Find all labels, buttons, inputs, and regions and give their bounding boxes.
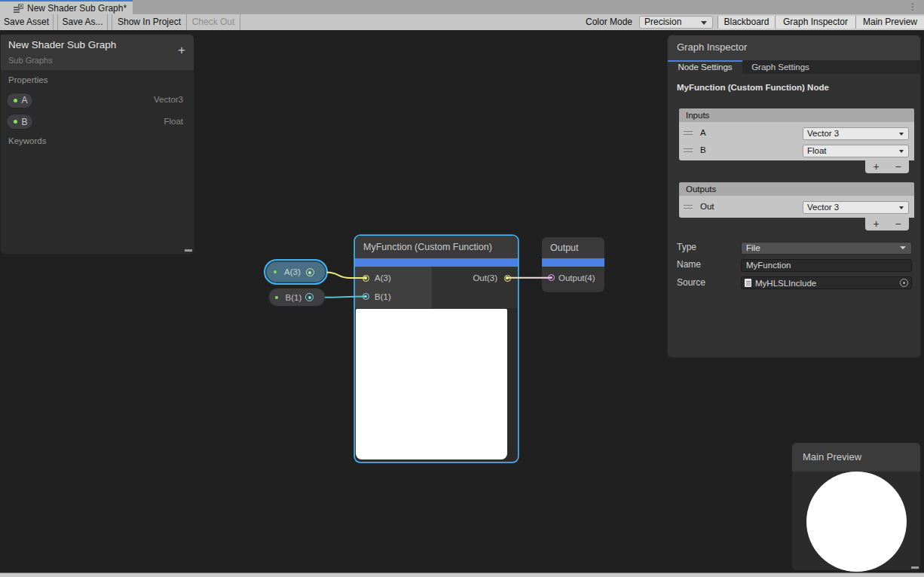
save-as-button[interactable]: Save As... [58, 14, 107, 30]
save-asset-button[interactable]: Save Asset [0, 14, 53, 30]
object-picker-icon[interactable] [900, 279, 908, 287]
inspector-node-title: MyFunction (Custom Function) Node [677, 83, 829, 92]
keywords-section-label: Keywords [8, 136, 47, 145]
graph-inspector-toggle-button[interactable]: Graph Inspector [776, 16, 855, 29]
show-in-project-button[interactable]: Show In Project [112, 14, 186, 30]
name-value: MyFunction [746, 261, 791, 270]
inputs-row-b[interactable]: B Float [679, 142, 914, 160]
sub-graph-asset-icon [14, 3, 23, 13]
main-preview-header[interactable]: Main Preview [792, 443, 920, 472]
property-dot-icon [274, 270, 277, 273]
outputs-row-out[interactable]: Out Vector 3 [679, 199, 914, 216]
precision-color-bar [542, 258, 604, 267]
node-preview[interactable] [356, 309, 507, 459]
type-dropdown[interactable]: File [741, 242, 912, 255]
source-label: Source [677, 277, 705, 288]
input-b-type-dropdown[interactable]: Float [803, 145, 909, 157]
dropdown-arrow-icon [899, 133, 904, 136]
output-port-label-out: Out(3) [473, 273, 497, 282]
custom-function-node[interactable]: MyFunction (Custom Function) A(3) B(1) O… [355, 236, 518, 462]
property-dot-icon [14, 99, 17, 102]
color-mode-dropdown[interactable]: Precision [639, 16, 713, 29]
port-fn-input-b[interactable] [363, 293, 369, 300]
add-property-button[interactable]: + [178, 44, 185, 56]
main-preview-panel: Main Preview [791, 442, 921, 571]
blackboard-header[interactable]: New Shader Sub Graph Sub Graphs + [1, 35, 194, 70]
inputs-list-footer: + − [865, 160, 909, 173]
inputs-list: Inputs A Vector 3 B Float [679, 108, 914, 160]
tab-label: New Shader Sub Graph* [27, 3, 127, 14]
input-name: B [700, 145, 706, 154]
check-out-button: Check Out [187, 14, 240, 30]
property-node-label: A(3) [284, 267, 301, 276]
blackboard-property-a[interactable]: A [6, 93, 33, 108]
inputs-list-header: Inputs [679, 108, 914, 122]
input-a-type-value: Vector 3 [807, 129, 839, 138]
precision-color-bar [355, 258, 518, 267]
property-name: A [22, 95, 28, 105]
property-type-b: Float [164, 117, 183, 126]
type-value: File [746, 243, 760, 252]
blackboard-property-b[interactable]: B [6, 114, 33, 130]
port-fn-output-out[interactable] [504, 275, 511, 282]
main-preview-body[interactable] [792, 472, 920, 572]
main-preview-title: Main Preview [803, 451, 861, 463]
property-dot-icon [275, 296, 278, 299]
output-name: Out [700, 202, 714, 211]
inspector-header[interactable]: Graph Inspector [668, 35, 920, 60]
blackboard-toggle-button[interactable]: Blackboard [718, 16, 775, 29]
preview-sphere [806, 472, 907, 572]
remove-output-button[interactable]: − [887, 218, 909, 230]
window-menu-icon[interactable]: ⋮ [908, 1, 917, 13]
tab-new-shader-sub-graph[interactable]: New Shader Sub Graph* [0, 0, 133, 14]
dropdown-arrow-icon [899, 206, 904, 209]
window-bottom-edge [0, 572, 924, 577]
drag-handle-icon[interactable] [684, 131, 693, 135]
property-name: B [22, 117, 28, 127]
main-preview-toggle-button[interactable]: Main Preview [856, 16, 924, 29]
property-node-a[interactable]: A(3) [264, 259, 328, 285]
toolbar: Save Asset Save As... Show In Project Ch… [0, 14, 924, 30]
node-title: Output [542, 237, 604, 258]
output-type-value: Vector 3 [807, 203, 839, 212]
dropdown-arrow-icon [900, 246, 906, 249]
drag-handle-icon[interactable] [684, 205, 693, 209]
outputs-list-footer: + − [865, 218, 909, 230]
source-object-field[interactable]: MyHLSLInclude [741, 276, 912, 289]
name-field[interactable]: MyFunction [741, 259, 912, 272]
output-node-port-label: Output(4) [558, 273, 595, 282]
tab-node-settings[interactable]: Node Settings [668, 60, 742, 74]
property-node-b[interactable]: B(1) [268, 288, 326, 307]
input-name: A [700, 128, 706, 137]
outputs-list-header: Outputs [679, 182, 914, 196]
graph-inspector-panel: Graph Inspector Node Settings Graph Sett… [667, 35, 921, 358]
shader-graph-window: New Shader Sub Graph* ⋮ Save Asset Save … [0, 0, 924, 577]
port-a-pill-out[interactable] [306, 268, 314, 276]
input-port-label-a: A(3) [375, 273, 391, 282]
output-type-dropdown[interactable]: Vector 3 [803, 201, 909, 214]
tab-bar: New Shader Sub Graph* ⋮ [0, 0, 924, 14]
graph-canvas[interactable]: A(3) B(1) MyFunction (Custom Function) A… [0, 30, 924, 572]
blackboard-subtitle: Sub Graphs [8, 56, 53, 65]
dropdown-arrow-icon [701, 21, 707, 25]
blackboard-resize-handle[interactable] [185, 249, 192, 252]
port-output-node-input[interactable] [548, 274, 555, 281]
source-value: MyHLSLInclude [755, 279, 816, 288]
tab-graph-settings[interactable]: Graph Settings [742, 60, 818, 74]
color-mode-label: Color Mode [586, 14, 632, 30]
port-fn-input-a[interactable] [363, 275, 369, 282]
drag-handle-icon[interactable] [684, 148, 693, 152]
add-input-button[interactable]: + [865, 160, 887, 172]
input-a-type-dropdown[interactable]: Vector 3 [803, 127, 909, 140]
blackboard-panel: New Shader Sub Graph Sub Graphs + Proper… [0, 34, 194, 255]
inspector-title: Graph Inspector [677, 41, 747, 53]
name-label: Name [677, 259, 701, 270]
inputs-row-a[interactable]: A Vector 3 [679, 125, 914, 142]
output-node[interactable]: Output Output(4) [542, 237, 604, 292]
main-preview-resize-handle[interactable] [911, 566, 919, 569]
remove-input-button[interactable]: − [887, 160, 909, 172]
node-title: MyFunction (Custom Function) [355, 236, 518, 258]
node-input-column [355, 267, 432, 308]
blackboard-title: New Shader Sub Graph [8, 39, 116, 50]
add-output-button[interactable]: + [865, 218, 887, 230]
